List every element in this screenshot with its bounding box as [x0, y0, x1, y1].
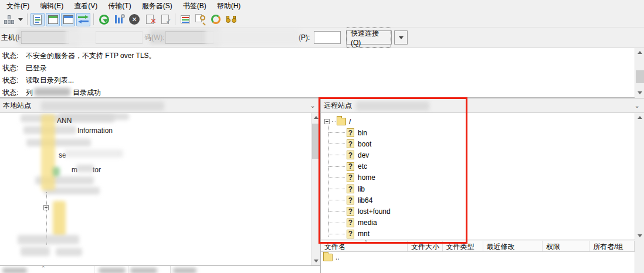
remote-tree-item[interactable]: ? lost+found: [321, 206, 391, 217]
remote-folder-label: mnt: [358, 230, 370, 238]
reconnect-button[interactable]: ✓: [158, 13, 172, 26]
tree-line: [328, 178, 345, 178]
menu-item[interactable]: 帮助(H): [212, 0, 246, 12]
chevron-down-icon[interactable]: ⌄: [307, 98, 318, 112]
caret-down-icon: [399, 36, 404, 39]
remote-tree-item[interactable]: ? home: [321, 172, 375, 183]
status-row: 状态: 列 目录成功: [2, 88, 101, 98]
toggle-local-tree-button[interactable]: [46, 13, 60, 26]
column-header[interactable]: 所有者/组: [589, 241, 635, 251]
refresh-button[interactable]: [97, 13, 111, 26]
remote-list-scrollbar[interactable]: [635, 241, 644, 273]
local-tree-view[interactable]: ANN Information se m tor: [0, 113, 311, 265]
toggle-transfer-queue-button[interactable]: [76, 13, 90, 26]
remote-tree-item[interactable]: ? dev: [321, 149, 369, 161]
redaction-blur: [21, 247, 50, 256]
column-header[interactable]: 最近修改: [483, 241, 543, 251]
status-prefix: 状态:: [2, 63, 26, 73]
remote-tree-item[interactable]: ? etc: [321, 161, 367, 172]
column-header[interactable]: 文件类型: [443, 241, 483, 251]
remote-tree-item[interactable]: ? media: [321, 217, 377, 228]
find-files-button[interactable]: [224, 13, 238, 26]
tree-line: [332, 121, 335, 122]
remote-tree-item[interactable]: ? lib: [321, 183, 365, 194]
folder-blur: [53, 167, 60, 176]
local-tree-text-fragment: Information: [77, 127, 113, 135]
scroll-up-icon[interactable]: [635, 113, 644, 122]
status-message: 不安全的服务器，不支持 FTP over TLS。: [26, 51, 156, 61]
toolbar-separator: [27, 13, 28, 25]
local-tree-text-fragment: tor: [93, 166, 101, 174]
tree-line: [328, 234, 345, 234]
process-queue-button[interactable]: [112, 13, 126, 26]
remote-tree-root[interactable]: /: [324, 116, 351, 127]
column-separator: [94, 266, 94, 273]
remote-tree-item[interactable]: ? boot: [321, 138, 371, 149]
menu-item[interactable]: 文件(F): [1, 0, 35, 12]
redaction-blur: [66, 29, 148, 45]
status-prefix: 状态:: [2, 76, 26, 86]
column-header[interactable]: 文件大小: [408, 241, 443, 251]
menu-bar: 文件(F)编辑(E)查看(V)传输(T)服务器(S)书签(B)帮助(H): [0, 0, 644, 12]
redaction-blur: [205, 29, 299, 45]
tree-line: [328, 144, 345, 144]
scrollbar-thumb[interactable]: [636, 70, 644, 83]
collapse-icon[interactable]: [324, 119, 330, 124]
status-message-post: 目录成功: [73, 88, 101, 98]
remote-tree-item[interactable]: ? lib64: [321, 194, 372, 206]
refresh-icon: [99, 15, 109, 25]
remote-tree-item[interactable]: ? bin: [321, 127, 367, 138]
message-log: 状态: 不安全的服务器，不支持 FTP over TLS。 状态: 已登录 状态…: [0, 48, 635, 98]
remote-tree-view[interactable]: / ? bin ? boot ? dev: [321, 113, 635, 240]
site-manager-dropdown[interactable]: [16, 13, 25, 26]
toggle-remote-tree-button[interactable]: [61, 13, 75, 26]
remote-folder-label: boot: [358, 140, 371, 148]
scroll-down-icon[interactable]: [635, 88, 644, 97]
cancel-icon: ✕: [129, 14, 140, 25]
toggle-message-log-button[interactable]: [30, 13, 45, 26]
remote-site-header[interactable]: 远程站点 ⌄: [321, 98, 644, 113]
filter-button[interactable]: [178, 13, 192, 26]
port-input[interactable]: [314, 31, 341, 44]
status-message-pre: 列: [26, 88, 33, 98]
cancel-operation-button[interactable]: ✕: [127, 13, 141, 26]
folder-blur: [53, 201, 66, 236]
quickconnect-button[interactable]: 快速连接(Q): [346, 30, 392, 45]
scroll-down-icon[interactable]: [635, 231, 644, 240]
local-file-list-header: ⌃: [0, 265, 320, 273]
toolbar-separator: [175, 13, 175, 25]
reconnect-icon: ✓: [161, 15, 169, 24]
scroll-down-icon[interactable]: [311, 257, 321, 265]
remote-folder-label: bin: [358, 129, 367, 137]
process-queue-icon: [114, 15, 124, 24]
directory-compare-button[interactable]: [194, 13, 208, 26]
menu-item[interactable]: 书签(B): [178, 0, 212, 12]
caret-down-icon: [18, 18, 23, 21]
parent-directory-row[interactable]: ..: [321, 253, 340, 261]
menu-item[interactable]: 查看(V): [69, 0, 103, 12]
menu-item[interactable]: 服务器(S): [137, 0, 178, 12]
redaction-blur: [26, 139, 91, 146]
quickconnect-dropdown-button[interactable]: [394, 30, 408, 45]
site-manager-button[interactable]: [2, 13, 16, 26]
remote-tree-item[interactable]: ? mnt: [321, 228, 370, 240]
remote-file-list[interactable]: [321, 252, 635, 273]
expand-icon[interactable]: [43, 205, 49, 210]
remote-tree-scrollbar[interactable]: [635, 113, 644, 240]
remote-root-label: /: [349, 118, 351, 126]
unknown-folder-icon: ?: [347, 173, 354, 182]
menu-item[interactable]: 编辑(E): [35, 0, 69, 12]
message-log-scrollbar[interactable]: [635, 48, 644, 97]
local-site-header[interactable]: 本地站点 ⌄: [0, 98, 320, 113]
unknown-folder-icon: ?: [347, 139, 354, 148]
menu-item[interactable]: 传输(T): [103, 0, 136, 12]
scroll-up-icon[interactable]: [635, 48, 644, 57]
local-tree-scrollbar[interactable]: [311, 113, 320, 265]
chevron-down-icon[interactable]: ⌄: [632, 98, 642, 112]
scrollbar-thumb[interactable]: [312, 124, 320, 159]
synchronized-browsing-button[interactable]: [209, 13, 223, 26]
disconnect-button[interactable]: ✕: [143, 13, 157, 26]
tree-line: [328, 132, 345, 133]
scroll-up-icon[interactable]: [311, 113, 321, 122]
column-header[interactable]: 权限: [543, 241, 589, 251]
